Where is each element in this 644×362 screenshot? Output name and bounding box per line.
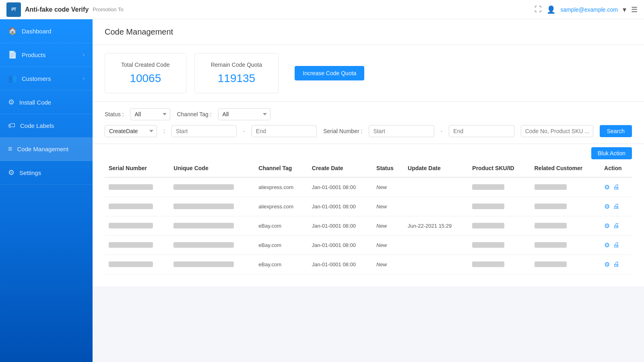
cell-serial (105, 216, 169, 236)
dropdown-icon[interactable]: ▾ (623, 5, 626, 14)
serial-blurred (109, 223, 153, 228)
cell-sku (468, 177, 530, 197)
sidebar-item-dashboard[interactable]: 🏠 Dashboard (0, 19, 93, 43)
increase-quota-button[interactable]: Increase Code Quota (295, 66, 364, 80)
col-action: Action (600, 159, 632, 177)
sidebar: 🏠 Dashboard 📄 Products › 👥 Customers › ⚙… (0, 19, 93, 362)
sidebar-item-settings[interactable]: ⚙ Settings (0, 161, 93, 185)
page-header: Code Management (93, 19, 644, 45)
action-icons: ⚙ 🖨 (604, 183, 628, 191)
action-icons: ⚙ 🖨 (604, 261, 628, 268)
gear-icon[interactable]: ⚙ (604, 183, 610, 191)
sidebar-item-left: 👥 Customers (8, 74, 51, 83)
date-separator: - (243, 128, 245, 134)
filter-row-2: CreateDate UpdateDate : - Serial Number … (105, 125, 632, 137)
sku-blurred (472, 223, 504, 228)
cell-status: New (372, 197, 404, 216)
cell-create-date: Jan-01-0001 08:00 (308, 236, 372, 255)
logo: PT (6, 2, 21, 17)
status-label: Status : (105, 111, 124, 117)
print-icon[interactable]: 🖨 (613, 222, 619, 230)
sidebar-item-products[interactable]: 📄 Products › (0, 43, 93, 67)
serial-separator: - (441, 128, 443, 134)
user-email: sample@example.com (560, 6, 618, 13)
status-badge: New (376, 223, 387, 229)
cell-status: New (372, 255, 404, 274)
gear-icon[interactable]: ⚙ (604, 222, 610, 230)
code-blurred (173, 184, 234, 190)
customer-blurred (535, 204, 567, 209)
serial-blurred (109, 242, 153, 248)
col-related-customer: Related Customer (530, 159, 601, 177)
date-start-input[interactable] (171, 125, 237, 137)
table-row: aliexpress.com Jan-01-0001 08:00 New ⚙ 🖨 (105, 197, 632, 216)
col-channel-tag: Channel Tag (254, 159, 308, 177)
cell-serial (105, 197, 169, 216)
bulk-row: Bluk Action (93, 144, 644, 159)
print-icon[interactable]: 🖨 (613, 261, 619, 268)
sidebar-icon: ⚙ (8, 168, 14, 177)
col-product-sku: Product SKU/ID (468, 159, 530, 177)
serial-blurred (109, 184, 153, 190)
cell-customer (530, 197, 601, 216)
cell-sku (468, 236, 530, 255)
cell-status: New (372, 236, 404, 255)
print-icon[interactable]: 🖨 (613, 203, 619, 210)
search-button[interactable]: Search (600, 125, 632, 137)
remain-quota-label: Remain Code Quota (211, 62, 262, 68)
sidebar-item-label: Code Labels (20, 122, 54, 129)
cell-action: ⚙ 🖨 (600, 236, 632, 255)
cell-unique-code (169, 197, 254, 216)
sidebar-icon: ≡ (8, 145, 12, 153)
sidebar-item-code-management[interactable]: ≡ Code Management (0, 138, 93, 161)
bulk-action-button[interactable]: Bluk Action (591, 147, 632, 159)
customer-blurred (535, 184, 567, 190)
cell-sku (468, 197, 530, 216)
channel-tag-select[interactable]: All aliexpress.com eBay.com (218, 108, 270, 120)
sidebar-item-left: 📄 Products (8, 50, 45, 59)
cell-customer (530, 236, 601, 255)
cell-update-date (404, 177, 468, 197)
gear-icon[interactable]: ⚙ (604, 241, 610, 249)
date-end-input[interactable] (252, 125, 317, 137)
print-icon[interactable]: 🖨 (613, 183, 619, 191)
cell-action: ⚙ 🖨 (600, 197, 632, 216)
cell-action: ⚙ 🖨 (600, 255, 632, 274)
page-title: Code Management (105, 27, 632, 37)
header: PT Anti-fake code Verify Promotion To ⛶ … (0, 0, 644, 19)
cell-channel: aliexpress.com (254, 177, 308, 197)
col-unique-code: Unique Code (169, 159, 254, 177)
serial-end-input[interactable] (449, 125, 514, 137)
cell-customer (530, 216, 601, 236)
sidebar-item-label: Dashboard (22, 28, 51, 35)
menu-icon[interactable]: ☰ (631, 5, 638, 14)
sidebar-item-customers[interactable]: 👥 Customers › (0, 67, 93, 90)
serial-start-input[interactable] (369, 125, 434, 137)
sidebar-item-install-code[interactable]: ⚙ Install Code (0, 90, 93, 114)
remain-quota-card: Remain Code Quota 119135 (194, 53, 279, 93)
promo-text: Promotion To (93, 6, 123, 12)
sidebar-item-label: Settings (19, 169, 41, 176)
sku-blurred (472, 242, 504, 248)
cell-customer (530, 255, 601, 274)
sidebar-item-left: 🏷 Code Labels (8, 121, 54, 130)
date-type-select[interactable]: CreateDate UpdateDate (105, 125, 157, 137)
app-body: 🏠 Dashboard 📄 Products › 👥 Customers › ⚙… (0, 19, 644, 362)
cell-channel: aliexpress.com (254, 197, 308, 216)
gear-icon[interactable]: ⚙ (604, 261, 610, 268)
action-icons: ⚙ 🖨 (604, 241, 628, 249)
status-select[interactable]: All New Used Invalid (130, 108, 170, 120)
table-row: aliexpress.com Jan-01-0001 08:00 New ⚙ 🖨 (105, 177, 632, 197)
gear-icon[interactable]: ⚙ (604, 203, 610, 210)
table-area: Serial Number Unique Code Channel Tag Cr… (93, 159, 644, 286)
fullscreen-icon[interactable]: ⛶ (535, 5, 542, 14)
cell-create-date: Jan-01-0001 08:00 (308, 216, 372, 236)
action-icons: ⚙ 🖨 (604, 203, 628, 210)
sidebar-item-code-labels[interactable]: 🏷 Code Labels (0, 114, 93, 138)
print-icon[interactable]: 🖨 (613, 241, 619, 249)
code-search-input[interactable] (521, 125, 593, 137)
cell-serial (105, 177, 169, 197)
cell-update-date (404, 236, 468, 255)
cell-channel: eBay.com (254, 255, 308, 274)
date-colon: : (163, 128, 165, 134)
